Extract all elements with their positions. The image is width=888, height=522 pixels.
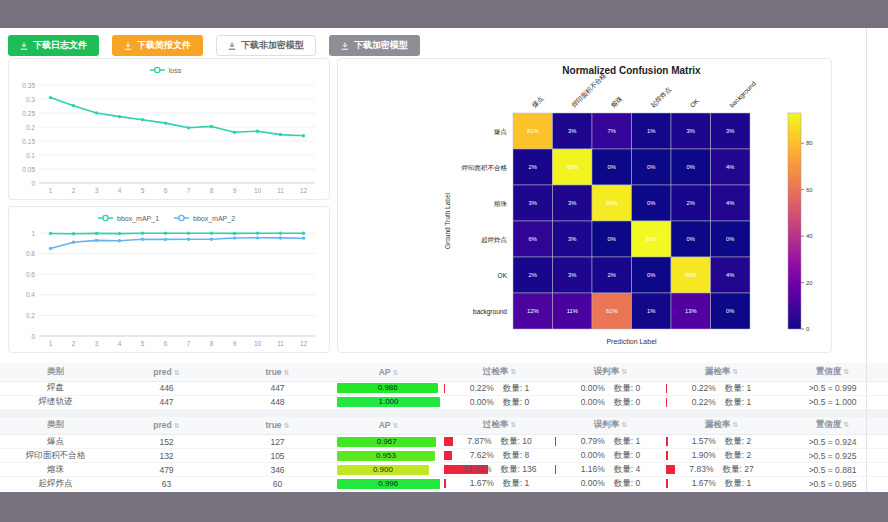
column-header-AP[interactable]: AP⇅ (333, 363, 444, 381)
svg-text:bbox_mAP_2: bbox_mAP_2 (193, 215, 235, 223)
column-header-过检率[interactable]: 过检率⇅ (444, 363, 555, 381)
svg-text:3%: 3% (568, 128, 576, 134)
svg-text:熔珠: 熔珠 (610, 94, 625, 109)
sort-caret-icon[interactable]: ⇅ (843, 421, 849, 428)
column-header-类别: 类别 (0, 417, 111, 435)
column-header-误判率[interactable]: 误判率⇅ (555, 363, 666, 381)
bbox-map-chart: 00.20.40.60.81123456789101112bbox_mAP_1b… (9, 207, 329, 352)
svg-text:起焊炸点: 起焊炸点 (481, 236, 508, 244)
sort-caret-icon[interactable]: ⇅ (392, 422, 398, 429)
true-count-cell: 60 (222, 477, 333, 491)
column-header-过检率[interactable]: 过检率⇅ (444, 417, 555, 435)
sort-caret-icon[interactable]: ⇅ (174, 422, 180, 429)
column-label: AP (379, 420, 391, 430)
svg-text:8: 8 (210, 340, 214, 347)
svg-text:焊印面积不合格: 焊印面积不合格 (462, 164, 508, 172)
download-icon (228, 42, 236, 50)
rate-cell: 0.00%数量: 0 (555, 382, 666, 395)
column-header-置信度[interactable]: 置信度⇅ (777, 417, 888, 435)
legend-item-loss[interactable]: loss (150, 67, 182, 74)
rate-cell: 7.62%数量: 8 (444, 449, 555, 462)
column-header-AP[interactable]: AP⇅ (333, 417, 444, 435)
sort-caret-icon[interactable]: ⇅ (174, 369, 180, 376)
svg-text:Ground Truth Label: Ground Truth Label (444, 192, 451, 249)
rate-quantity: 数量: 10 (500, 435, 531, 448)
svg-text:0%: 0% (726, 308, 734, 314)
scrollbar-track[interactable] (866, 28, 867, 492)
column-label: 过检率 (483, 366, 509, 376)
svg-text:4: 4 (118, 187, 122, 194)
download-icon (20, 42, 28, 50)
svg-text:9: 9 (233, 340, 237, 347)
column-header-漏检率[interactable]: 漏检率⇅ (666, 417, 777, 435)
column-header-pred[interactable]: pred⇅ (111, 363, 222, 381)
svg-text:OK: OK (689, 97, 701, 109)
confusion-matrix-card: Normalized Confusion Matrix81%3%7%1%3%3%… (337, 58, 832, 353)
column-header-pred[interactable]: pred⇅ (111, 417, 222, 435)
download-plain-model-button[interactable]: 下载非加密模型 (216, 35, 316, 56)
rate-percent: 0.00% (581, 477, 605, 490)
column-header-漏检率[interactable]: 漏检率⇅ (666, 363, 777, 381)
svg-text:90%: 90% (606, 200, 618, 206)
sort-caret-icon[interactable]: ⇅ (732, 421, 738, 428)
rate-quantity: 数量: 0 (614, 396, 640, 409)
sort-caret-icon[interactable]: ⇅ (284, 369, 290, 376)
confidence-cell: >0.5 = 0.924 (777, 435, 888, 449)
rate-percent: 0.22% (692, 382, 716, 395)
svg-text:13%: 13% (685, 308, 697, 314)
svg-text:爆点: 爆点 (494, 128, 508, 135)
download-encrypted-model-button[interactable]: 下载加密模型 (329, 35, 420, 56)
svg-text:89%: 89% (685, 272, 697, 278)
rate-quantity: 数量: 4 (614, 463, 640, 476)
ap-cell: 0.986 (333, 381, 444, 395)
sort-caret-icon[interactable]: ⇅ (843, 368, 849, 375)
column-header-置信度[interactable]: 置信度⇅ (777, 363, 888, 381)
sort-caret-icon[interactable]: ⇅ (510, 421, 516, 428)
rate-cell: 0.22%数量: 1 (666, 396, 777, 409)
legend-item-bbox_mAP_1[interactable]: bbox_mAP_1 (98, 215, 159, 223)
svg-text:12: 12 (300, 340, 308, 347)
rate-percent: 0.22% (692, 396, 716, 409)
column-header-误判率[interactable]: 误判率⇅ (555, 417, 666, 435)
svg-text:81%: 81% (527, 128, 539, 134)
ap-bar: 0.900 (337, 465, 429, 475)
class-name-cell: 爆点 (0, 435, 111, 449)
svg-text:10: 10 (254, 340, 262, 347)
legend-item-bbox_mAP_2[interactable]: bbox_mAP_2 (174, 215, 235, 223)
download-log-button[interactable]: 下载日志文件 (8, 35, 99, 56)
overdetect-rate-cell: 7.62%数量: 8 (444, 449, 555, 463)
rate-cell: 0.00%数量: 0 (555, 396, 666, 409)
sort-caret-icon[interactable]: ⇅ (510, 368, 516, 375)
rate-quantity: 数量: 8 (503, 449, 529, 462)
sort-caret-icon[interactable]: ⇅ (732, 368, 738, 375)
svg-text:0.05: 0.05 (22, 166, 35, 173)
column-header-true[interactable]: true⇅ (222, 363, 333, 381)
loss-chart-card: 00.050.10.150.20.250.30.3512345678910111… (8, 58, 330, 200)
ap-bar: 1.000 (337, 397, 440, 407)
rate-quantity: 数量: 2 (725, 449, 751, 462)
rate-quantity: 数量: 1 (614, 435, 640, 448)
download-report-button[interactable]: 下载简报文件 (112, 35, 203, 56)
ap-cell: 1.000 (333, 395, 444, 409)
sort-caret-icon[interactable]: ⇅ (392, 369, 398, 376)
miss-rate-cell: 7.83%数量: 27 (666, 463, 777, 477)
sort-caret-icon[interactable]: ⇅ (621, 368, 627, 375)
ap-cell: 0.900 (333, 463, 444, 477)
svg-text:1: 1 (31, 230, 35, 237)
rate-quantity: 数量: 27 (722, 463, 753, 476)
column-header-true[interactable]: true⇅ (222, 417, 333, 435)
svg-text:0%: 0% (647, 200, 655, 206)
confusion-matrix-chart: Normalized Confusion Matrix81%3%7%1%3%3%… (338, 59, 831, 352)
svg-text:0.8: 0.8 (26, 250, 35, 257)
desktop-frame: 下载日志文件下载简报文件下载非加密模型下载加密模型 00.050.10.150.… (0, 0, 888, 522)
table-row: 熔珠4793460.90039.42%数量: 1361.16%数量: 47.83… (0, 463, 888, 477)
svg-text:loss: loss (169, 67, 182, 74)
column-label: pred (153, 420, 171, 430)
sort-caret-icon[interactable]: ⇅ (284, 422, 290, 429)
svg-text:0.35: 0.35 (22, 82, 35, 89)
svg-text:0%: 0% (687, 236, 695, 242)
miss-rate-cell: 0.22%数量: 1 (666, 381, 777, 395)
svg-text:8: 8 (210, 187, 214, 194)
sort-caret-icon[interactable]: ⇅ (621, 421, 627, 428)
rate-cell: 1.90%数量: 2 (666, 449, 777, 462)
